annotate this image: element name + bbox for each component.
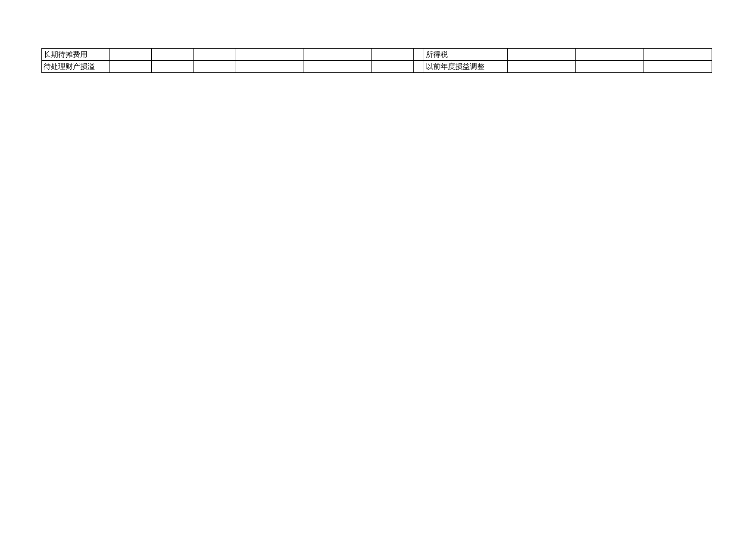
cell — [372, 49, 413, 61]
cell — [508, 61, 576, 73]
cell — [109, 61, 151, 73]
row-label-left: 待处理财产损溢 — [42, 61, 110, 73]
cell — [413, 61, 424, 73]
cell — [303, 49, 372, 61]
cell — [152, 61, 194, 73]
cell — [576, 49, 644, 61]
cell — [576, 61, 644, 73]
cell — [235, 61, 303, 73]
cell — [109, 49, 151, 61]
accounting-table: 长期待摊费用 所得税 待处理财产损溢 — [41, 48, 712, 73]
cell — [644, 49, 712, 61]
cell — [508, 49, 576, 61]
cell — [413, 49, 424, 61]
table-row: 长期待摊费用 所得税 — [42, 49, 712, 61]
cell — [194, 61, 235, 73]
cell — [372, 61, 413, 73]
table-row: 待处理财产损溢 以前年度损益调整 — [42, 61, 712, 73]
row-label-left: 长期待摊费用 — [42, 49, 110, 61]
cell — [644, 61, 712, 73]
cell — [194, 49, 235, 61]
cell — [303, 61, 372, 73]
cell — [235, 49, 303, 61]
cell — [152, 49, 194, 61]
row-label-right: 以前年度损益调整 — [424, 61, 507, 73]
row-label-right: 所得税 — [424, 49, 507, 61]
